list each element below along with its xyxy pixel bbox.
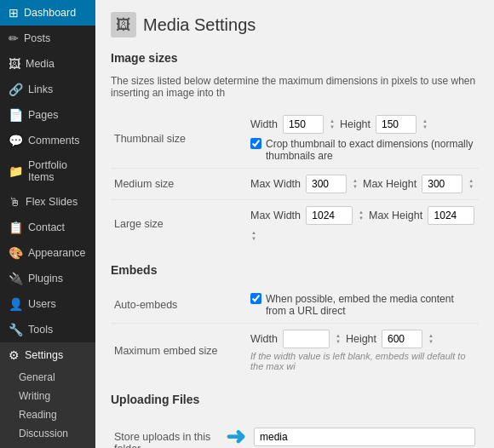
embed-height-input[interactable] [382, 330, 422, 348]
store-folder-row: Store uploads in this folder ➜ Default i… [111, 416, 479, 448]
auto-embeds-field: When possible, embed the media content f… [247, 287, 479, 324]
thumb-width-spinner[interactable]: ▲▼ [330, 118, 335, 130]
embed-note: If the width value is left blank, embeds… [250, 351, 475, 371]
embed-width-input[interactable] [283, 330, 330, 348]
main-content: 🖼 Media Settings Image sizes The sizes l… [95, 0, 494, 448]
embeds-heading: Embeds [111, 263, 479, 280]
sidebar: ⊞ Dashboard ✏ Posts 🖼 Media 🔗 Links 📄 Pa… [0, 0, 95, 448]
med-width-spinner[interactable]: ▲▼ [353, 178, 358, 190]
tools-icon: 🔧 [9, 323, 23, 336]
max-embed-fields: Width ▲▼ Height ▲▼ If the width value is… [247, 324, 479, 378]
dashboard-icon: ⊞ [9, 6, 19, 20]
large-height-spinner[interactable]: ▲▼ [251, 230, 256, 242]
page-title-icon: 🖼 [111, 12, 136, 37]
med-maxwidth-label: Max Width [250, 178, 301, 190]
comments-icon: 💬 [9, 134, 23, 147]
sub-media[interactable]: Media [0, 443, 95, 448]
large-maxwidth-label: Max Width [250, 210, 301, 221]
large-label: Large size [111, 200, 247, 249]
blue-arrow-upload: ➜ [226, 422, 245, 448]
media-icon: 🖼 [9, 57, 20, 71]
sidebar-item-contact[interactable]: 📋 Contact [0, 215, 95, 240]
image-sizes-desc: The sizes listed below determine the max… [111, 75, 479, 99]
store-folder-field: ➜ Default is wp-content/uploads [222, 416, 479, 448]
auto-embeds-checkbox[interactable] [250, 293, 261, 304]
sidebar-item-dashboard[interactable]: ⊞ Dashboard [0, 0, 95, 26]
large-row: Large size Max Width ▲▼ Max Height ▲▼ [111, 200, 479, 249]
embed-height-spinner[interactable]: ▲▼ [428, 333, 434, 345]
thumbnail-fields: Width ▲▼ Height ▲▼ Crop thumbnail to exa… [247, 109, 479, 169]
crop-checkbox[interactable] [250, 138, 261, 149]
links-icon: 🔗 [9, 83, 23, 96]
sidebar-item-links[interactable]: 🔗 Links [0, 77, 95, 102]
large-width-spinner[interactable]: ▲▼ [359, 210, 364, 221]
medium-row: Medium size Max Width ▲▼ Max Height ▲▼ [111, 169, 479, 200]
embeds-table: Auto-embeds When possible, embed the med… [111, 287, 479, 377]
auto-embeds-row: Auto-embeds When possible, embed the med… [111, 287, 479, 324]
medium-fields: Max Width ▲▼ Max Height ▲▼ [247, 169, 479, 200]
embed-width-label: Width [250, 333, 278, 345]
uploading-table: Store uploads in this folder ➜ Default i… [111, 416, 479, 448]
flex-icon: 🖱 [9, 195, 20, 209]
users-icon: 👤 [9, 297, 23, 311]
thumb-height-label: Height [340, 118, 370, 130]
embeds-section: Embeds Auto-embeds When possible, embed … [111, 263, 479, 377]
sidebar-item-plugins[interactable]: 🔌 Plugins [0, 266, 95, 291]
plugins-icon: 🔌 [9, 272, 23, 285]
sidebar-item-users[interactable]: 👤 Users [0, 291, 95, 317]
med-width-input[interactable] [306, 175, 347, 193]
store-folder-label: Store uploads in this folder [111, 416, 222, 448]
page-title-row: 🖼 Media Settings [111, 12, 479, 37]
store-folder-input[interactable] [254, 428, 475, 446]
contact-icon: 📋 [9, 221, 23, 234]
appearance-icon: 🎨 [9, 246, 23, 260]
thumbnail-label: Thumbnail size [111, 109, 247, 169]
embed-width-spinner[interactable]: ▲▼ [336, 333, 341, 345]
settings-submenu: General Writing Reading Discussion Media… [0, 368, 95, 448]
auto-embeds-desc: When possible, embed the media content f… [266, 293, 475, 317]
medium-label: Medium size [111, 169, 247, 200]
page-title: Media Settings [143, 15, 256, 35]
med-maxheight-label: Max Height [363, 178, 416, 190]
sub-discussion[interactable]: Discussion [0, 424, 95, 443]
embed-height-label: Height [346, 333, 376, 345]
image-sizes-section: Image sizes The sizes listed below deter… [111, 51, 479, 248]
max-embed-row: Maximum embed size Width ▲▼ Height ▲▼ If… [111, 324, 479, 378]
posts-icon: ✏ [9, 32, 19, 45]
uploading-section: Uploading Files Store uploads in this fo… [111, 393, 479, 448]
max-embed-label: Maximum embed size [111, 324, 247, 378]
crop-label: Crop thumbnail to exact dimensions (norm… [266, 138, 475, 162]
thumb-width-label: Width [250, 118, 278, 130]
sub-general[interactable]: General [0, 368, 95, 387]
sidebar-item-posts[interactable]: ✏ Posts [0, 26, 95, 51]
sub-reading[interactable]: Reading [0, 405, 95, 424]
image-sizes-table: Thumbnail size Width ▲▼ Height ▲▼ Crop t… [111, 109, 479, 248]
image-sizes-heading: Image sizes [111, 51, 479, 68]
sidebar-item-portfolio[interactable]: 📁 Portfolio Items [0, 153, 95, 189]
sidebar-item-flex[interactable]: 🖱 Flex Slides [0, 189, 95, 215]
thumb-width-input[interactable] [283, 115, 324, 134]
sidebar-item-comments[interactable]: 💬 Comments [0, 128, 95, 153]
sidebar-item-pages[interactable]: 📄 Pages [0, 102, 95, 128]
thumbnail-row: Thumbnail size Width ▲▼ Height ▲▼ Crop t… [111, 109, 479, 169]
pages-icon: 📄 [9, 108, 23, 122]
sidebar-item-tools[interactable]: 🔧 Tools [0, 317, 95, 342]
portfolio-icon: 📁 [9, 164, 23, 178]
med-height-input[interactable] [422, 175, 462, 193]
sidebar-item-appearance[interactable]: 🎨 Appearance [0, 240, 95, 266]
sidebar-item-settings[interactable]: ⚙ Settings [0, 342, 95, 368]
med-height-spinner[interactable]: ▲▼ [468, 178, 474, 190]
large-fields: Max Width ▲▼ Max Height ▲▼ [247, 200, 479, 249]
uploading-heading: Uploading Files [111, 393, 479, 410]
sidebar-item-media[interactable]: 🖼 Media [0, 51, 95, 77]
settings-icon: ⚙ [9, 348, 20, 362]
large-height-input[interactable] [428, 206, 474, 225]
large-width-input[interactable] [306, 206, 353, 225]
auto-embeds-label: Auto-embeds [111, 287, 247, 324]
thumb-height-input[interactable] [376, 115, 416, 134]
large-maxheight-label: Max Height [369, 210, 422, 221]
thumb-height-spinner[interactable]: ▲▼ [422, 118, 428, 130]
sub-writing[interactable]: Writing [0, 387, 95, 405]
